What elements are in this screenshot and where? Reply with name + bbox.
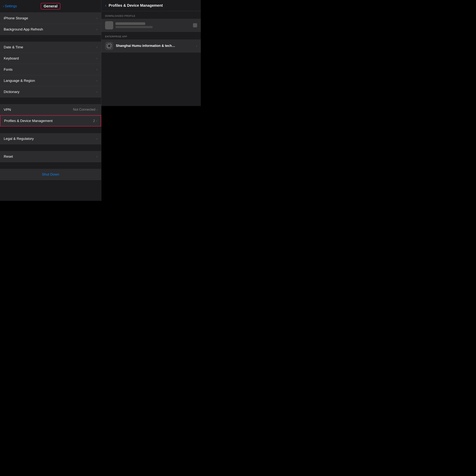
- background-app-refresh-right: ›: [97, 28, 97, 31]
- sidebar-item-background-app-refresh[interactable]: Background App Refresh ›: [0, 24, 101, 35]
- chevron-icon: ›: [97, 137, 97, 140]
- group-language: Date & Time › Keyboard › Fonts › Languag…: [0, 42, 101, 97]
- chevron-icon: ›: [97, 46, 97, 49]
- reset-right: ›: [97, 155, 97, 158]
- svg-rect-2: [109, 43, 110, 44]
- chevron-icon: ›: [97, 28, 97, 31]
- right-bottom-area: [101, 106, 201, 201]
- date-time-right: ›: [97, 46, 97, 49]
- sidebar-item-reset[interactable]: Reset ›: [0, 151, 101, 162]
- separator-2: [0, 97, 101, 104]
- right-nav-header: ‹ Profiles & Device Management: [101, 0, 201, 11]
- chevron-icon: ›: [97, 108, 97, 111]
- settings-icon: [106, 43, 113, 49]
- back-chevron-icon: ‹: [3, 4, 4, 8]
- language-region-right: ›: [97, 79, 97, 82]
- left-nav-header: ‹ Settings General: [0, 0, 101, 13]
- chevron-icon: ›: [97, 155, 97, 158]
- sidebar-item-profiles-device-mgmt[interactable]: Profiles & Device Management 2 ›: [0, 115, 101, 126]
- enterprise-app-name: Shanghai Humu information & tech…: [116, 44, 194, 48]
- enterprise-app-item[interactable]: Shanghai Humu information & tech… ›: [101, 39, 201, 52]
- sidebar-item-legal-regulatory[interactable]: Legal & Regulatory ›: [0, 133, 101, 144]
- vpn-label: VPN: [4, 108, 11, 112]
- back-label[interactable]: Settings: [5, 4, 17, 8]
- profile-badge: [193, 23, 197, 27]
- enterprise-chevron-icon: ›: [196, 44, 197, 48]
- svg-rect-3: [109, 48, 110, 49]
- fonts-right: ›: [97, 68, 97, 71]
- fonts-label: Fonts: [4, 68, 13, 72]
- legal-regulatory-label: Legal & Regulatory: [4, 137, 34, 141]
- profiles-right: 2 ›: [93, 119, 97, 123]
- enterprise-app-icon: [105, 42, 113, 50]
- downloaded-profile-item[interactable]: [101, 19, 201, 32]
- vpn-right: Not Connected ›: [73, 108, 97, 112]
- sidebar-item-dictionary[interactable]: Dictionary ›: [0, 86, 101, 97]
- dictionary-right: ›: [97, 90, 97, 94]
- general-title-box: General: [41, 3, 60, 9]
- profiles-device-mgmt-label: Profiles & Device Management: [4, 119, 53, 123]
- separator-5: [0, 162, 101, 169]
- profile-name-blurred: [116, 22, 145, 25]
- group-vpn: VPN Not Connected › Profiles & Device Ma…: [0, 104, 101, 126]
- settings-list: iPhone Storage › Background App Refresh …: [0, 13, 101, 201]
- page-title: General: [44, 4, 57, 8]
- chevron-icon: ›: [97, 17, 97, 20]
- right-back-button[interactable]: ‹: [105, 3, 106, 8]
- chevron-icon: ›: [97, 68, 97, 71]
- right-panel: ‹ Profiles & Device Management DOWNLOADE…: [101, 0, 201, 201]
- keyboard-label: Keyboard: [4, 56, 19, 60]
- svg-rect-5: [111, 46, 112, 46]
- date-time-label: Date & Time: [4, 45, 23, 49]
- right-page-title: Profiles & Device Management: [109, 3, 163, 8]
- sidebar-item-iphone-storage[interactable]: iPhone Storage ›: [0, 13, 101, 24]
- profile-icon: [105, 21, 113, 29]
- sidebar-item-language-region[interactable]: Language & Region ›: [0, 75, 101, 86]
- profiles-count: 2: [93, 119, 95, 123]
- sidebar-item-fonts[interactable]: Fonts ›: [0, 64, 101, 75]
- chevron-icon: ›: [97, 79, 97, 82]
- downloaded-profile-section-label: DOWNLOADED PROFILE: [101, 11, 201, 19]
- group-legal: Legal & Regulatory ›: [0, 133, 101, 144]
- enterprise-app-section-label: ENTERPRISE APP: [101, 32, 201, 39]
- separator-4: [0, 144, 101, 151]
- legal-right: ›: [97, 137, 97, 140]
- group-reset: Reset ›: [0, 151, 101, 162]
- separator-3: [0, 126, 101, 133]
- shutdown-button[interactable]: Shut Down: [0, 169, 101, 180]
- profile-text: [116, 22, 191, 28]
- iphone-storage-label: iPhone Storage: [4, 16, 28, 20]
- dictionary-label: Dictionary: [4, 90, 19, 94]
- chevron-icon: ›: [97, 90, 97, 94]
- settings-back-button[interactable]: ‹ Settings: [3, 4, 17, 8]
- keyboard-right: ›: [97, 57, 97, 60]
- vpn-status: Not Connected: [73, 108, 95, 112]
- reset-label: Reset: [4, 154, 13, 159]
- svg-point-1: [108, 45, 110, 47]
- shutdown-label: Shut Down: [42, 172, 59, 176]
- iphone-storage-right: ›: [97, 17, 97, 20]
- chevron-icon: ›: [96, 119, 97, 122]
- svg-rect-4: [106, 46, 107, 46]
- left-panel: ‹ Settings General iPhone Storage › Back…: [0, 0, 101, 201]
- profile-sub-blurred: [116, 26, 153, 28]
- background-app-refresh-label: Background App Refresh: [4, 27, 43, 32]
- sidebar-item-keyboard[interactable]: Keyboard ›: [0, 53, 101, 64]
- sidebar-item-vpn[interactable]: VPN Not Connected ›: [0, 104, 101, 115]
- sidebar-item-date-time[interactable]: Date & Time ›: [0, 42, 101, 53]
- right-content: DOWNLOADED PROFILE ENTERPRISE APP: [101, 11, 201, 106]
- chevron-icon: ›: [97, 57, 97, 60]
- separator-1: [0, 35, 101, 42]
- language-region-label: Language & Region: [4, 79, 35, 83]
- group-storage: iPhone Storage › Background App Refresh …: [0, 13, 101, 35]
